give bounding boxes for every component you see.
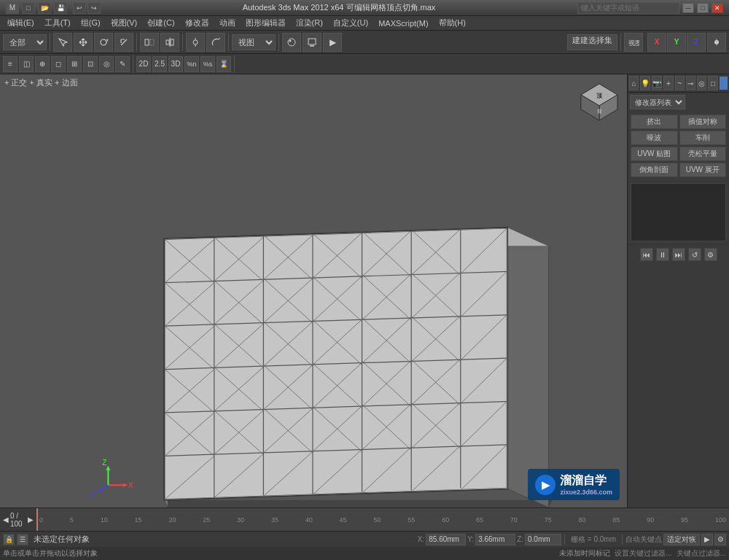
- viewport[interactable]: + 正交 + 真实 + 边面 顶 前: [0, 74, 627, 508]
- minimize-btn[interactable]: ─: [682, 3, 694, 13]
- select-filter-btn[interactable]: 适定对恢: [663, 534, 700, 545]
- panel-light-icon[interactable]: 💡: [640, 76, 650, 90]
- frame-back-btn[interactable]: ◀: [3, 516, 9, 524]
- menu-create[interactable]: 创建(C): [143, 17, 179, 29]
- menu-customize[interactable]: 自定义(U): [329, 17, 373, 29]
- play-loop-btn[interactable]: ↺: [688, 248, 701, 261]
- select-tool-btn[interactable]: [53, 33, 72, 52]
- menu-group[interactable]: 组(G): [77, 17, 105, 29]
- layer-btn[interactable]: ≡: [3, 56, 17, 72]
- uvw-unwrap-btn[interactable]: UVW 展开: [679, 163, 727, 177]
- svg-rect-2: [150, 39, 154, 45]
- menu-help[interactable]: 帮助(H): [434, 17, 470, 29]
- select-crossing-btn[interactable]: ⊡: [83, 56, 98, 72]
- menu-view[interactable]: 视图(V): [106, 17, 142, 29]
- status-lock-btn[interactable]: 🔒: [3, 534, 15, 545]
- named-selection-btn[interactable]: 建建选择集: [567, 34, 617, 50]
- select-window-btn[interactable]: ⊞: [67, 56, 82, 72]
- grid-info: 栅格 = 0.0mm: [571, 534, 616, 545]
- menu-maxscript[interactable]: MAXScript(M): [374, 18, 432, 28]
- options-btn[interactable]: ⚙: [714, 534, 726, 545]
- percent-snap-btn[interactable]: %n: [184, 56, 199, 72]
- symmetry-btn[interactable]: 插值对称: [679, 114, 727, 129]
- snap-toggle-btn[interactable]: [186, 33, 205, 52]
- undo-btn[interactable]: ↩: [73, 2, 86, 14]
- svg-marker-26: [507, 228, 548, 508]
- angle-snap-btn[interactable]: [206, 33, 225, 52]
- key-filter-btn[interactable]: ⌛: [217, 56, 231, 72]
- pivot-btn[interactable]: [707, 33, 726, 52]
- panel-color-icon[interactable]: [720, 77, 728, 90]
- lasso-select-btn[interactable]: ◎: [99, 56, 114, 72]
- sub-toolbar: ≡ ◫ ⊕ ◻ ⊞ ⊡ ◎ ✎ 2D 2.5 3D %n %s ⌛: [0, 54, 729, 74]
- panel-hierarchy-icon[interactable]: ⊸: [686, 76, 695, 90]
- play-prev-btn[interactable]: ⏮: [640, 248, 653, 261]
- panel-motion-icon[interactable]: ◎: [697, 76, 706, 90]
- y-input[interactable]: [475, 534, 515, 545]
- move-tool-btn[interactable]: [74, 33, 93, 52]
- panel-display-icon[interactable]: □: [708, 76, 717, 90]
- rotate-tool-btn[interactable]: [94, 33, 113, 52]
- filter-btn[interactable]: ◫: [19, 56, 34, 72]
- mirror-btn[interactable]: [140, 33, 159, 52]
- x-input[interactable]: [426, 534, 466, 545]
- reference-coord-btn[interactable]: 视图: [624, 33, 643, 52]
- maximize-btn[interactable]: □: [697, 3, 709, 13]
- z-input[interactable]: [525, 534, 561, 545]
- frame-counter: ◀ 0 / 100 ▶: [0, 512, 36, 528]
- relax-btn[interactable]: 壳松平量: [679, 147, 727, 161]
- menu-render[interactable]: 渲染(R): [292, 17, 327, 29]
- transform-y-btn[interactable]: Y: [667, 33, 686, 52]
- timeline-track[interactable]: 0 5 10 15 20 25 30 35 40 45 50 55 60 65 …: [36, 508, 729, 531]
- snap-25d-btn[interactable]: 2.5: [152, 56, 167, 72]
- snap-3d-btn[interactable]: 3D: [168, 56, 183, 72]
- panel-icon-row: ⌂ 💡 📷 + ~ ⊸ ◎ □: [628, 74, 729, 93]
- redo-btn[interactable]: ↪: [87, 2, 101, 14]
- open-btn[interactable]: 📂: [38, 2, 51, 14]
- extrude-btn[interactable]: 挤出: [631, 114, 678, 129]
- menu-animation[interactable]: 动画: [215, 17, 240, 29]
- select-region-btn[interactable]: ◻: [51, 56, 66, 72]
- snap-2d-btn[interactable]: 2D: [136, 56, 151, 72]
- menu-edit[interactable]: 编辑(E): [3, 17, 39, 29]
- uvw-map-btn[interactable]: UVW 贴图: [631, 147, 678, 161]
- transform-z-btn[interactable]: Z: [687, 33, 706, 52]
- panel-spline-icon[interactable]: ~: [675, 76, 685, 90]
- bevel-profile-btn[interactable]: 倒角剖面: [631, 163, 678, 177]
- transform-x-btn[interactable]: X: [647, 33, 666, 52]
- navicube[interactable]: 顶 前: [577, 80, 621, 124]
- save-btn[interactable]: 💾: [54, 2, 67, 14]
- play-next-btn[interactable]: ⏭: [672, 248, 685, 261]
- menu-graph-editor[interactable]: 图形编辑器: [241, 17, 290, 29]
- status-filter-btn[interactable]: ☰: [17, 534, 28, 545]
- menu-modifier[interactable]: 修改器: [181, 17, 214, 29]
- select-object-btn[interactable]: ⊕: [35, 56, 50, 72]
- panel-camera-icon[interactable]: 📷: [652, 76, 662, 90]
- material-editor-btn[interactable]: [282, 33, 301, 52]
- selection-set-dropdown[interactable]: 全部: [3, 34, 47, 50]
- search-input[interactable]: [577, 2, 679, 14]
- expand-right-btn[interactable]: ▶: [701, 534, 713, 545]
- close-btn[interactable]: ✕: [712, 3, 723, 13]
- modifier-list-dropdown[interactable]: 修改器列表: [630, 95, 685, 109]
- spinner-snap-btn[interactable]: %s: [200, 56, 215, 72]
- frame-fwd-btn[interactable]: ▶: [28, 516, 34, 524]
- noise-btn[interactable]: 噪波: [631, 131, 678, 145]
- lathe-btn[interactable]: 车削: [679, 131, 727, 145]
- viewport-layout-dropdown[interactable]: 视图: [232, 34, 276, 50]
- new-btn[interactable]: □: [22, 2, 35, 14]
- svg-rect-12: [308, 39, 316, 44]
- align-btn[interactable]: [160, 33, 179, 52]
- menu-tools[interactable]: 工具(T): [40, 17, 75, 29]
- render-btn[interactable]: ▶: [323, 33, 342, 52]
- panel-house-icon[interactable]: ⌂: [629, 76, 639, 90]
- render-setup-btn[interactable]: [303, 33, 321, 52]
- paint-select-btn[interactable]: ✎: [115, 56, 130, 72]
- play-options-btn[interactable]: ⚙: [704, 248, 717, 261]
- status-message: 未选定任何对象: [34, 534, 90, 545]
- svg-rect-4: [166, 40, 169, 44]
- play-pause-btn[interactable]: ⏸: [656, 248, 669, 261]
- svg-text:前: 前: [597, 109, 602, 114]
- panel-helper-icon[interactable]: +: [663, 76, 673, 90]
- scale-tool-btn[interactable]: [114, 33, 133, 52]
